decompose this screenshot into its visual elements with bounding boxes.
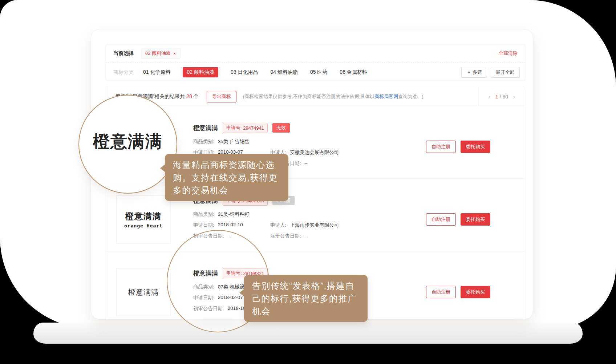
page-indicator: 1 / 30 [495,94,508,100]
application-number-badge: 申请号: 29474941 [223,123,268,133]
trademark-image: 橙意满满 [116,268,171,316]
trademark-name: 橙意满满 [193,269,218,278]
tooltip-arrow-left-icon [239,289,244,297]
expand-all-button[interactable]: 展开全部 [491,67,520,78]
category-field: 商品类别:31类-饲料种籽 [193,211,250,218]
filter-box: 当前选择 02 颜料油漆 × 全部清除 商标分类 01 化学原料 02 颜料油漆… [106,44,525,81]
selected-filter-tag[interactable]: 02 颜料油漆 × [141,48,181,59]
category-row: 商标分类 01 化学原料 02 颜料油漆 03 日化用品 04 燃料油脂 05 … [106,63,525,81]
applicant-field: 申请人:上海雨步实业有限公司 [270,222,339,228]
trademark-image-subtext: orange Heart [124,223,163,228]
category-item-04[interactable]: 04 燃料油脂 [270,67,297,77]
application-date-field: 申请日期:2018-02-10 [193,222,270,228]
tooltip-promotion: 告别传统“发表格”,搭建自己的标行,获得更多的推广机会 [244,275,368,322]
trademark-image-text: 橙意满满 [125,211,162,222]
category-row-label: 商标分类 [113,69,134,76]
laptop-base [33,323,583,344]
category-item-01[interactable]: 01 化学原料 [143,67,170,77]
trademark-office-link[interactable]: 商标局官网 [374,94,398,99]
results-summary: 搜索到“橙意满满”相关的结果共 28 个 导出商标 (商标检索结果仅供参考,不作… [106,91,478,102]
category-item-06[interactable]: 06 金属材料 [340,67,367,77]
next-page-icon[interactable]: › [513,93,515,100]
row-actions: 自助注册 委托购买 [426,213,490,226]
category-tools: ＋ 多选 展开全部 [461,67,520,78]
entrusted-purchase-button[interactable]: 委托购买 [461,286,490,298]
entrusted-purchase-button[interactable]: 委托购买 [461,141,490,153]
row-actions: 自助注册 委托购买 [426,141,490,153]
results-count-number: 28 [186,93,192,99]
registration-publication-field: 注册公告日期:– [270,233,307,239]
close-icon[interactable]: × [173,51,176,56]
first-publication-field: 初审公告日期:– [193,233,270,239]
tooltip-arrow-left-icon [160,164,165,172]
pagination: ‹ 1 / 30 › [478,87,525,106]
prev-page-icon[interactable]: ‹ [489,93,491,100]
status-badge: 无效 [272,123,290,133]
current-selection-row: 当前选择 02 颜料油漆 × 全部清除 [106,44,525,63]
self-register-button[interactable]: 自助注册 [426,286,456,298]
multi-select-button[interactable]: ＋ 多选 [461,67,487,78]
magnifier-circle-top: 橙意满满 [78,95,177,194]
export-trademarks-button[interactable]: 导出商标 [207,91,236,102]
clear-all-button[interactable]: 全部清除 [499,50,518,57]
results-disclaimer: (商标检索结果仅供参考,不作为商标能否注册的法律依据;具体以商标局官网查询为准。… [243,93,423,100]
category-item-05[interactable]: 05 医药 [310,67,327,77]
trademark-name: 橙意满满 [193,124,218,132]
category-field: 商品类别:35类-广告销售 [193,138,250,145]
category-item-03[interactable]: 03 日化用品 [231,67,258,77]
row-actions: 自助注册 委托购买 [426,286,490,298]
trademark-image: 橙意满满 orange Heart [116,195,171,243]
entrusted-purchase-button[interactable]: 委托购买 [461,213,490,226]
selected-filter-tag-text: 02 颜料油漆 [145,50,171,57]
category-item-02-selected[interactable]: 02 颜料油漆 [183,67,218,77]
screenshot-canvas: 当前选择 02 颜料油漆 × 全部清除 商标分类 01 化学原料 02 颜料油漆… [0,0,616,364]
self-register-button[interactable]: 自助注册 [426,141,456,153]
tooltip-marketplace: 海量精品商标资源随心选购。支持在线交易,获得更多的交易机会 [165,154,288,201]
self-register-button[interactable]: 自助注册 [426,213,456,226]
trademark-image-text: 橙意满满 [128,287,159,297]
current-selection-label: 当前选择 [113,50,134,57]
magnified-trademark-text: 橙意满满 [93,130,163,153]
results-header: 搜索到“橙意满满”相关的结果共 28 个 导出商标 (商标检索结果仅供参考,不作… [106,87,525,106]
